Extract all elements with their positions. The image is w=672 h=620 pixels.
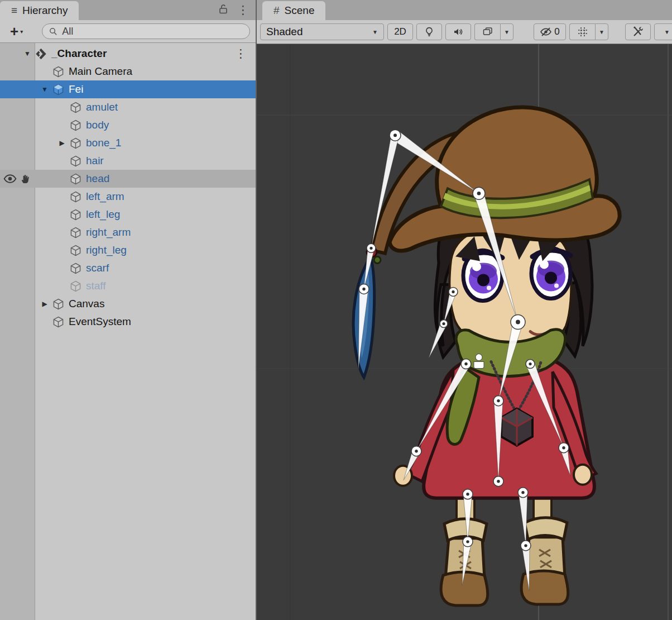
hierarchy-item-left-arm[interactable]: left_arm (0, 188, 256, 206)
foldout-arrow[interactable]: ▼ (37, 85, 52, 93)
hierarchy-item-left-leg[interactable]: left_leg (0, 206, 256, 223)
bone-gizmo[interactable] (522, 545, 530, 591)
gameobject-cube-icon (52, 298, 65, 311)
hierarchy-item-main-camera[interactable]: Main Camera (0, 63, 256, 80)
search-value: All (62, 26, 73, 37)
hidden-count: 0 (554, 26, 559, 37)
scene-lighting-button[interactable] (416, 23, 442, 40)
gameobject-cube-icon (69, 137, 82, 150)
grid-settings-group: ▼ (569, 23, 608, 40)
unity-logo-icon (35, 47, 47, 60)
hierarchy-item-right-arm[interactable]: right_arm (0, 223, 256, 241)
hierarchy-item-scarf[interactable]: scarf (0, 259, 256, 277)
kebab-menu-icon[interactable]: ⋮ (237, 3, 249, 17)
grid-settings-dropdown[interactable]: ▼ (595, 23, 608, 40)
bone-joint-center (516, 320, 520, 325)
bone-gizmo-overlay[interactable] (257, 44, 672, 620)
toggle-2d-button[interactable]: 2D (387, 23, 413, 40)
bone-cursor-person-icon (474, 354, 484, 369)
scene-toolbar: Shaded ▼ 2D (257, 20, 672, 44)
gameobject-cube-icon (69, 280, 82, 293)
hierarchy-item-canvas[interactable]: ▶Canvas (0, 295, 256, 313)
bone-joint-center (464, 363, 467, 365)
eye-off-icon (540, 26, 552, 37)
scene-viewport[interactable] (257, 44, 672, 620)
hierarchy-item-label: head (86, 173, 109, 185)
hierarchy-item-bone-1[interactable]: ▶bone_1 (0, 134, 256, 152)
item-options-kebab-icon[interactable]: ⋮ (235, 47, 247, 60)
bone-gizmo[interactable] (462, 541, 472, 585)
scene-tools-button[interactable] (625, 23, 651, 40)
hierarchy-item-right-leg[interactable]: right_leg (0, 241, 256, 259)
hierarchy-item-label: staff (86, 280, 106, 292)
lock-icon[interactable] (218, 3, 228, 17)
bone-gizmo[interactable] (371, 135, 399, 249)
grid-visibility-button[interactable] (569, 23, 595, 40)
bone-gizmo[interactable] (519, 492, 527, 546)
hierarchy-item-label: right_arm (86, 226, 131, 239)
gameobject-cube-icon (69, 173, 82, 185)
hierarchy-item-fei[interactable]: ▼Fei (0, 80, 256, 98)
tab-scene[interactable]: # Scene (262, 1, 325, 20)
hierarchy-panel: ≡ Hierarchy ⋮ + ▾ All (0, 0, 256, 620)
bone-gizmo[interactable] (494, 401, 503, 481)
clipped-edge-button[interactable]: ▼ (654, 23, 672, 40)
gameobject-cube-icon (69, 155, 82, 168)
bone-joint-center (466, 493, 469, 495)
bone-gizmo[interactable] (416, 362, 470, 451)
bone-gizmo[interactable] (526, 363, 564, 448)
bone-joint-center (521, 491, 524, 494)
hierarchy-item-head[interactable]: head (0, 170, 256, 188)
bone-joint-center (477, 192, 481, 195)
bone-joint-center (529, 363, 531, 365)
chevron-down-icon: ▾ (20, 28, 23, 35)
gameobject-cube-icon (69, 262, 82, 275)
create-object-button[interactable]: + ▾ (7, 23, 26, 39)
foldout-arrow[interactable]: ▶ (55, 139, 69, 147)
hierarchy-tabstrip: ≡ Hierarchy ⋮ (0, 0, 256, 20)
scene-effects-button[interactable] (474, 23, 500, 40)
prefab-cube-icon (52, 83, 65, 96)
shading-mode-dropdown[interactable]: Shaded ▼ (260, 23, 384, 40)
chevron-down-icon: ▼ (504, 29, 510, 35)
plus-icon: + (10, 24, 18, 39)
scene-tabstrip: # Scene (257, 0, 672, 20)
hierarchy-item-label: bone_1 (86, 137, 121, 149)
hierarchy-tab-title: Hierarchy (22, 4, 68, 17)
hidden-objects-button[interactable]: 0 (534, 23, 566, 40)
bone-gizmo[interactable] (498, 321, 523, 400)
hierarchy-list-icon: ≡ (11, 4, 17, 17)
bone-gizmo[interactable] (364, 247, 375, 289)
grid-snap-icon (577, 26, 588, 37)
bone-joint-center (362, 288, 365, 290)
hierarchy-item-label: hair (86, 155, 104, 167)
scene-effects-dropdown[interactable]: ▼ (500, 23, 513, 40)
hierarchy-item-body[interactable]: body (0, 116, 256, 134)
foldout-arrow[interactable]: ▶ (37, 300, 52, 308)
tab-hierarchy[interactable]: ≡ Hierarchy (0, 1, 79, 20)
scene-audio-button[interactable] (445, 23, 471, 40)
bone-gizmo[interactable] (463, 494, 472, 542)
bone-gizmo[interactable] (358, 289, 368, 370)
hierarchy-item-amulet[interactable]: amulet (0, 98, 256, 116)
bone-gizmo[interactable] (474, 192, 518, 322)
hierarchy-item-eventsystem[interactable]: EventSystem (0, 313, 256, 331)
gameobject-cube-icon (52, 316, 65, 328)
search-input[interactable]: All (42, 23, 250, 39)
bone-joint-center (415, 450, 417, 452)
hierarchy-item-staff[interactable]: staff (0, 277, 256, 295)
gameobject-cube-icon (69, 101, 82, 114)
hierarchy-strip-actions: ⋮ (218, 0, 249, 20)
visibility-eye-icon[interactable] (3, 173, 17, 184)
hierarchy-item-hair[interactable]: hair (0, 152, 256, 170)
lightbulb-icon (424, 26, 435, 37)
foldout-arrow[interactable]: ▼ (20, 50, 35, 58)
hierarchy-item-label: Fei (69, 83, 83, 96)
bone-gizmo[interactable] (392, 131, 479, 193)
bone-joint-center (393, 133, 397, 137)
picking-hand-icon[interactable] (19, 173, 32, 184)
speaker-icon (453, 26, 464, 37)
bone-joint-center (442, 322, 445, 325)
hierarchy-item--character[interactable]: ▼_Character⋮ (0, 45, 256, 63)
gameobject-cube-icon (69, 208, 82, 221)
